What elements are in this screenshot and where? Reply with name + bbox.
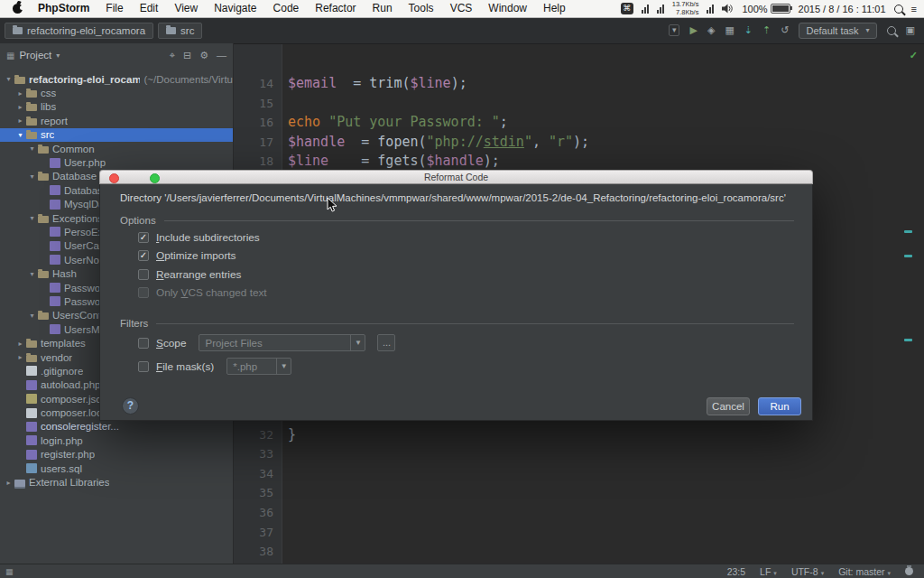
tree-item-Common[interactable]: ▾Common (0, 142, 233, 155)
menu-item-refactor[interactable]: Refactor (307, 0, 364, 17)
encoding-selector[interactable]: UTF-8 (791, 566, 824, 577)
checkbox-row[interactable]: Only VCS changed text (138, 284, 267, 302)
menu-item-code[interactable]: Code (265, 0, 308, 17)
checkbox[interactable] (138, 269, 149, 280)
line-number[interactable]: 32 (233, 425, 282, 445)
dialog-titlebar[interactable]: Reformat Code (99, 170, 813, 184)
restore-layout-icon[interactable]: ▣ (906, 25, 915, 35)
tree-expand-icon[interactable]: ▾ (27, 270, 37, 278)
tree-expand-icon[interactable]: ▾ (27, 144, 37, 153)
tree-item-css[interactable]: ▸css (0, 86, 233, 99)
scope-combobox[interactable]: Project Files ▼ (199, 334, 365, 351)
line-number[interactable]: 38 (233, 542, 282, 562)
git-branch-selector[interactable]: Git: master (838, 566, 891, 577)
editor-stripe-mark[interactable] (904, 339, 912, 341)
line-number[interactable]: 33 (233, 444, 282, 464)
notification-center-icon[interactable]: ≡ (911, 4, 917, 14)
debug-icon[interactable]: ◈ (707, 25, 715, 35)
hide-panel-icon[interactable]: — (217, 50, 226, 61)
tree-expand-icon[interactable]: ▾ (27, 214, 37, 222)
checkbox[interactable]: ✓ (138, 232, 149, 243)
menu-item-tools[interactable]: Tools (401, 0, 442, 17)
menu-item-edit[interactable]: Edit (132, 0, 167, 17)
menu-item-window[interactable]: Window (480, 0, 535, 17)
menubar-clock[interactable]: 2015 / 8 / 16 : 11:01 (799, 4, 886, 14)
scope-checkbox[interactable] (138, 338, 149, 349)
memory-meter-icon[interactable] (657, 4, 664, 14)
input-source-icon[interactable]: ⌘ (621, 3, 633, 14)
apple-menu-icon[interactable] (13, 4, 23, 14)
checkbox[interactable]: ✓ (138, 250, 149, 261)
inspection-profile-icon[interactable] (905, 567, 913, 575)
toolwindow-toggle-icon[interactable]: ▦ (5, 567, 14, 576)
line-number[interactable]: 14 (233, 74, 282, 94)
menu-item-file[interactable]: File (97, 0, 131, 17)
line-number[interactable]: 34 (233, 464, 282, 484)
battery-status[interactable]: 100% (742, 4, 790, 14)
line-number[interactable]: 18 (233, 152, 282, 172)
zoom-icon[interactable] (150, 173, 160, 183)
chevron-down-icon[interactable]: ▾ (56, 51, 60, 60)
line-number[interactable]: 15 (233, 94, 282, 114)
file-mask-combobox[interactable]: *.php ▼ (226, 358, 291, 375)
rollback-icon[interactable]: ↺ (781, 25, 789, 35)
tree-expand-icon[interactable]: ▸ (15, 117, 25, 125)
checkbox-row[interactable]: ✓Include subdirectories (138, 228, 267, 247)
line-number[interactable]: 35 (233, 483, 282, 503)
menu-item-phpstorm[interactable]: PhpStorm (30, 0, 97, 17)
tree-expand-icon[interactable]: ▸ (15, 340, 25, 348)
tree-item-refactoring-eloi_rocamora[interactable]: ▾refactoring-eloi_rocamora(~/Documents/V… (0, 72, 233, 86)
presentation-dropdown-icon[interactable]: ▾ (669, 24, 680, 36)
tree-expand-icon[interactable]: ▸ (15, 103, 25, 111)
tree-item-src[interactable]: ▾src (0, 128, 233, 142)
settings-gear-icon[interactable]: ⚙ (199, 50, 208, 61)
caret-position[interactable]: 23:5 (727, 566, 745, 577)
chevron-down-icon[interactable]: ▼ (350, 335, 365, 350)
line-number[interactable]: 36 (233, 503, 282, 523)
checkbox[interactable] (138, 287, 149, 298)
coverage-grid-icon[interactable]: ▦ (725, 25, 734, 35)
tree-item-libs[interactable]: ▸libs (0, 100, 233, 114)
spotlight-search-icon[interactable] (894, 5, 903, 14)
task-selector[interactable]: Default task (799, 23, 876, 39)
tree-expand-icon[interactable]: ▸ (15, 89, 25, 98)
line-number[interactable]: 16 (233, 113, 282, 133)
help-button[interactable]: ? (122, 397, 139, 415)
tree-item-report[interactable]: ▸report (0, 114, 233, 127)
search-everywhere-icon[interactable] (887, 26, 896, 35)
chevron-down-icon[interactable]: ▼ (276, 359, 291, 374)
tree-expand-icon[interactable]: ▾ (27, 172, 37, 181)
network-meter-icon[interactable] (707, 4, 714, 14)
tree-item-register.php[interactable]: register.php (0, 448, 233, 461)
editor-stripe-mark[interactable] (904, 255, 912, 257)
run-button[interactable]: Run (758, 397, 801, 415)
project-panel-title[interactable]: Project (19, 50, 51, 61)
vcs-update-icon[interactable]: ⇣ (744, 25, 753, 35)
run-icon[interactable]: ▶ (689, 25, 697, 35)
inspection-ok-icon[interactable]: ✓ (910, 50, 918, 61)
tree-item-users.sql[interactable]: users.sql (0, 461, 233, 475)
editor-stripe-mark[interactable] (904, 230, 912, 233)
tree-expand-icon[interactable]: ▸ (4, 479, 14, 487)
tree-expand-icon[interactable]: ▾ (15, 131, 25, 139)
nav-tab-src[interactable]: src (158, 23, 202, 39)
tree-expand-icon[interactable]: ▾ (4, 75, 14, 83)
tree-item-External Libraries[interactable]: ▸External Libraries (0, 475, 233, 489)
tree-expand-icon[interactable]: ▸ (15, 353, 25, 361)
file-mask-checkbox[interactable] (138, 361, 149, 372)
checkbox-row[interactable]: Rearrange entries (138, 266, 267, 284)
collapse-all-icon[interactable]: ⊟ (183, 50, 191, 61)
vcs-commit-icon[interactable]: ⇡ (762, 25, 771, 35)
scroll-from-source-icon[interactable]: ⌖ (170, 50, 175, 61)
close-icon[interactable] (109, 173, 119, 183)
tree-item-User.php[interactable]: User.php (0, 155, 233, 169)
tree-expand-icon[interactable]: ▾ (27, 312, 37, 320)
volume-icon[interactable] (722, 4, 734, 14)
menu-item-vcs[interactable]: VCS (442, 0, 481, 17)
scope-browse-button[interactable]: ... (377, 334, 395, 351)
line-number[interactable]: 17 (233, 133, 282, 153)
line-separator-selector[interactable]: LF (760, 566, 777, 577)
tree-item-login.php[interactable]: login.php (0, 434, 233, 447)
nav-tab-refactoring-eloi_rocamora[interactable]: refactoring-eloi_rocamora (5, 23, 153, 39)
menu-item-run[interactable]: Run (365, 0, 401, 17)
